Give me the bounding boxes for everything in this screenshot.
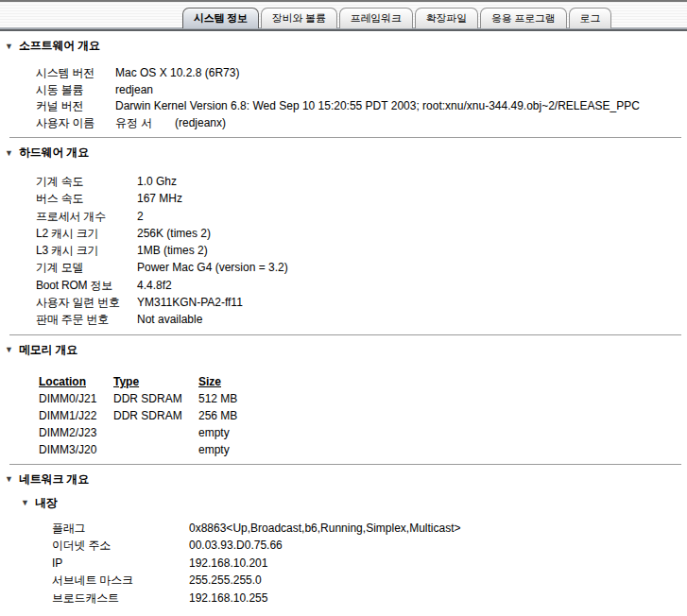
cell-size: 256 MB	[198, 407, 237, 424]
row-label: 서브네트 마스크	[52, 572, 189, 590]
info-row-machine-speed: 기계 속도 1.0 Ghz	[0, 173, 687, 190]
info-row-boot-volume: 시동 볼륨 redjean	[0, 82, 687, 99]
row-label: 이더넷 주소	[52, 537, 189, 555]
row-label: 시스템 버전	[36, 65, 115, 82]
info-row-boot-rom: Boot ROM 정보 4.4.8f2	[0, 277, 687, 294]
disclosure-triangle-icon[interactable]: ▼	[5, 473, 19, 485]
row-value: Power Mac G4 (version = 3.2)	[137, 259, 288, 276]
table-row-dimm0: DIMM0/J21 DDR SDRAM 512 MB	[39, 390, 687, 407]
tab-label: 장비와 볼륨	[272, 11, 326, 26]
row-value: 1.0 Ghz	[137, 173, 177, 190]
info-row-bus-speed: 버스 속도 167 MHz	[0, 190, 687, 207]
tab-system-info[interactable]: 시스템 정보	[182, 8, 259, 28]
section-title: 소프트웨어 개요	[19, 38, 100, 54]
cell-size: empty	[198, 424, 230, 441]
row-value: YM311KGN-PA2-ff11	[137, 294, 243, 311]
section-header: ▼ 소프트웨어 개요	[0, 38, 687, 54]
section-title: 하드웨어 개요	[19, 145, 89, 161]
row-value: redjean	[115, 82, 153, 99]
row-label: Boot ROM 정보	[36, 277, 137, 294]
tab-extensions[interactable]: 확장파일	[415, 8, 478, 28]
section-title: 네트워크 개요	[19, 471, 89, 488]
tab-label: 확장파일	[426, 11, 467, 26]
section-hardware-overview: ▼ 하드웨어 개요 기계 속도 1.0 Ghz 버스 속도 167 MHz 프로…	[0, 145, 687, 329]
section-header: ▼ 하드웨어 개요	[0, 145, 687, 161]
info-row-broadcast: 브로드캐스트 192.168.10.255	[0, 590, 687, 607]
row-label: IP	[52, 555, 189, 573]
software-rows: 시스템 버전 Mac OS X 10.2.8 (6R73) 시동 볼륨 redj…	[0, 65, 687, 131]
section-network-overview: ▼ 네트워크 개요 ▼ 내장 플래그 0x8863<Up,Broadcast,b…	[0, 471, 687, 607]
info-row-ethernet-address: 이더넷 주소 00.03.93.D0.75.66	[0, 537, 687, 555]
cell-type	[113, 441, 198, 458]
row-label: L2 캐시 크기	[36, 225, 137, 242]
network-rows: 플래그 0x8863<Up,Broadcast,b6,Running,Simpl…	[0, 520, 687, 607]
memory-table: Location Type Size DIMM0/J21 DDR SDRAM 5…	[39, 373, 687, 458]
row-label: 브로드캐스트	[52, 590, 189, 607]
table-row-dimm3: DIMM3/J20 empty	[39, 441, 687, 458]
section-title: 메모리 개요	[19, 342, 77, 358]
row-label: 사용자 이름	[36, 115, 115, 132]
row-value: Darwin Kernel Version 6.8: Wed Sep 10 15…	[115, 98, 640, 115]
subsection-builtin: ▼ 내장	[0, 495, 687, 511]
table-row-dimm1: DIMM1/J22 DDR SDRAM 256 MB	[39, 407, 687, 424]
section-divider	[9, 464, 681, 465]
header-divider-line	[0, 29, 687, 31]
row-value: 4.4.8f2	[137, 277, 172, 294]
tab-frameworks[interactable]: 프레임워크	[339, 8, 413, 28]
tab-label: 로그	[580, 11, 601, 26]
cell-location: DIMM3/J20	[39, 441, 113, 458]
tab-bar-header: 시스템 정보 장비와 볼륨 프레임워크 확장파일 응용 프로그램 로그	[0, 0, 687, 27]
section-header: ▼ 메모리 개요	[0, 342, 687, 358]
info-row-kernel-version: 커널 버전 Darwin Kernel Version 6.8: Wed Sep…	[0, 98, 687, 115]
table-row-dimm2: DIMM2/J23 empty	[39, 424, 687, 441]
row-label: 판매 주문 번호	[36, 311, 137, 328]
disclosure-triangle-icon[interactable]: ▼	[5, 344, 19, 355]
row-value: 255.255.255.0	[189, 572, 262, 590]
section-divider	[9, 334, 681, 335]
row-label: 플래그	[52, 520, 189, 538]
section-divider	[9, 137, 681, 138]
cell-type: DDR SDRAM	[113, 407, 198, 424]
info-row-user-name: 사용자 이름 유정 서 (redjeanx)	[0, 115, 687, 132]
info-row-ip: IP 192.168.10.201	[0, 555, 687, 573]
row-label: 프로세서 개수	[36, 208, 137, 225]
hardware-rows: 기계 속도 1.0 Ghz 버스 속도 167 MHz 프로세서 개수 2 L2…	[0, 173, 687, 329]
disclosure-triangle-icon[interactable]: ▼	[5, 41, 19, 52]
tab-logs[interactable]: 로그	[569, 8, 612, 28]
row-label: 기계 속도	[36, 173, 137, 190]
row-value: 167 MHz	[137, 190, 182, 207]
info-row-sales-order: 판매 주문 번호 Not available	[0, 311, 687, 328]
info-row-cpu-count: 프로세서 개수 2	[0, 208, 687, 225]
tab-applications[interactable]: 응용 프로그램	[480, 8, 567, 28]
row-label: 기계 모델	[36, 259, 137, 276]
cell-location: DIMM2/J23	[39, 424, 113, 441]
cell-size: 512 MB	[198, 390, 237, 407]
section-memory-overview: ▼ 메모리 개요 Location Type Size DIMM0/J21 DD…	[0, 342, 687, 458]
row-value: 00.03.93.D0.75.66	[189, 537, 283, 555]
row-label: 커널 버전	[36, 98, 115, 115]
column-header-location: Location	[39, 373, 113, 390]
disclosure-triangle-icon[interactable]: ▼	[21, 497, 35, 508]
tab-label: 프레임워크	[351, 11, 402, 26]
row-label: 버스 속도	[36, 190, 137, 207]
info-row-l2-cache: L2 캐시 크기 256K (times 2)	[0, 225, 687, 242]
tab-label: 응용 프로그램	[491, 11, 556, 26]
row-value: 0x8863<Up,Broadcast,b6,Running,Simplex,M…	[189, 520, 461, 538]
row-value: 256K (times 2)	[137, 225, 211, 242]
row-label: 사용자 일련 번호	[36, 294, 137, 311]
cell-location: DIMM1/J22	[39, 407, 113, 424]
row-value: 1MB (times 2)	[137, 242, 208, 259]
section-software-overview: ▼ 소프트웨어 개요 시스템 버전 Mac OS X 10.2.8 (6R73)…	[0, 38, 687, 131]
info-row-machine-model: 기계 모델 Power Mac G4 (version = 3.2)	[0, 259, 687, 276]
cell-location: DIMM0/J21	[39, 390, 113, 407]
disclosure-triangle-icon[interactable]: ▼	[5, 147, 19, 159]
system-info-panel: ▼ 소프트웨어 개요 시스템 버전 Mac OS X 10.2.8 (6R73)…	[0, 38, 687, 607]
tab-devices-volumes[interactable]: 장비와 볼륨	[261, 8, 337, 28]
row-label: 시동 볼륨	[36, 82, 115, 99]
memory-table-header: Location Type Size	[39, 373, 687, 390]
row-label: L3 캐시 크기	[36, 242, 137, 259]
info-row-serial-number: 사용자 일련 번호 YM311KGN-PA2-ff11	[0, 294, 687, 311]
info-row-system-version: 시스템 버전 Mac OS X 10.2.8 (6R73)	[0, 65, 687, 82]
row-value: Not available	[137, 311, 202, 328]
subsection-title: 내장	[35, 495, 58, 511]
